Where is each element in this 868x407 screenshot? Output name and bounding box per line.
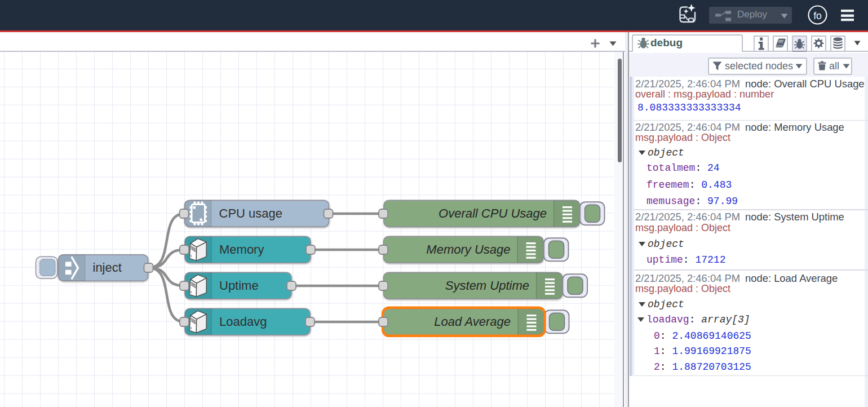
svg-text:fo: fo xyxy=(813,10,822,21)
svg-text:inject: inject xyxy=(93,260,122,275)
svg-text:Loadavg: Loadavg xyxy=(219,315,267,329)
svg-text:Uptime: Uptime xyxy=(219,278,259,293)
svg-text:Overall CPU Usage: Overall CPU Usage xyxy=(439,206,547,220)
svg-text:CPU usage: CPU usage xyxy=(219,206,283,220)
svg-text:Load Average: Load Average xyxy=(434,315,511,329)
svg-text:Memory: Memory xyxy=(219,242,264,256)
svg-text:System Uptime: System Uptime xyxy=(445,278,529,293)
svg-text:Memory Usage: Memory Usage xyxy=(426,242,510,256)
